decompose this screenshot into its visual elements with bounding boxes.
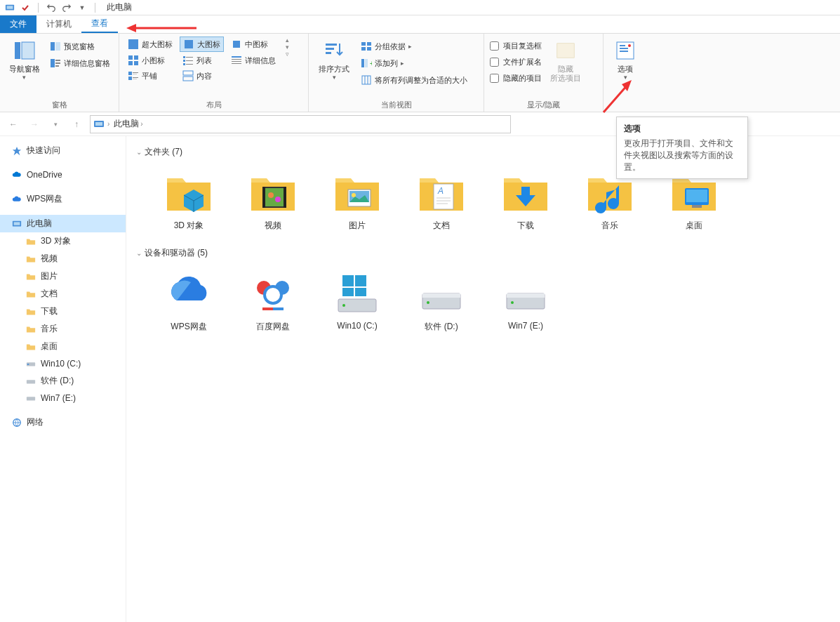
svg-rect-28: [232, 63, 241, 64]
size-columns-button[interactable]: 将所有列调整为合适的大小: [358, 73, 470, 87]
chevron-down-icon: ⌄: [136, 148, 142, 156]
view-tiles-button[interactable]: 平铺: [125, 69, 175, 83]
group-by-button[interactable]: 分组依据 ▸: [358, 39, 470, 53]
devices-grid: WPS网盘 百度网盘 Win10 (C:) 软件 (D:) Win7 (E:): [136, 262, 830, 345]
svg-rect-44: [361, 59, 364, 67]
tab-computer[interactable]: 计算机: [36, 15, 81, 33]
item-soft-drive[interactable]: 软件 (D:): [410, 267, 473, 333]
view-list-button[interactable]: 列表: [180, 53, 224, 67]
folder-icon: [25, 306, 36, 317]
svg-rect-37: [326, 44, 337, 46]
hidden-items-checkbox[interactable]: 隐藏的项目: [490, 72, 542, 85]
quick-access-toolbar: ▼: [0, 2, 102, 13]
sidebar-win7[interactable]: Win7 (E:): [0, 390, 126, 406]
back-button[interactable]: ←: [6, 117, 21, 132]
redo-icon[interactable]: [61, 2, 72, 13]
layout-expand-icon[interactable]: ▿: [286, 51, 289, 58]
sidebar-video[interactable]: 视频: [0, 250, 126, 267]
svg-rect-90: [273, 307, 284, 310]
breadcrumb-this-pc[interactable]: 此电脑 ›: [112, 118, 144, 130]
dropdown-icon[interactable]: ▼: [76, 2, 88, 13]
svg-rect-94: [355, 288, 366, 296]
sidebar-downloads[interactable]: 下载: [0, 303, 126, 320]
file-ext-checkbox[interactable]: 文件扩展名: [490, 55, 542, 69]
sidebar-wps[interactable]: WPS网盘: [0, 190, 126, 208]
view-large-button[interactable]: 大图标: [180, 37, 224, 52]
sidebar-3d[interactable]: 3D 对象: [0, 232, 126, 250]
tooltip-title: 选项: [624, 123, 740, 135]
group-current-view: 排序方式 ▾ 分组依据 ▸ +添加列 ▸ 将所有列调整为合适的大小 当前视图: [309, 34, 484, 112]
sidebar-this-pc[interactable]: 此电脑: [0, 215, 126, 232]
tab-file[interactable]: 文件: [0, 15, 36, 33]
sidebar-desktop[interactable]: 桌面: [0, 338, 126, 355]
checkmark-icon[interactable]: [20, 2, 31, 13]
svg-rect-11: [55, 65, 59, 67]
address-box[interactable]: › 此电脑 ›: [90, 115, 511, 133]
nav-pane-button[interactable]: 导航窗格 ▾: [6, 37, 43, 84]
sidebar-documents[interactable]: 文档: [0, 285, 126, 303]
view-small-button[interactable]: 小图标: [125, 53, 175, 67]
view-details-button[interactable]: 详细信息: [228, 53, 279, 67]
svg-rect-54: [620, 48, 628, 49]
add-column-button[interactable]: +添加列 ▸: [358, 56, 470, 70]
window-title: 此电脑: [102, 1, 132, 13]
nav-sidebar: 快速访问 OneDrive WPS网盘 此电脑 3D 对象 视频 图片 文档 下…: [0, 136, 126, 622]
breadcrumb-chevron-icon[interactable]: ›: [107, 120, 109, 128]
item-win7-drive[interactable]: Win7 (E:): [494, 267, 557, 333]
svg-rect-23: [183, 63, 185, 65]
pc-icon: [11, 218, 22, 230]
sidebar-quick-access[interactable]: 快速访问: [0, 142, 126, 159]
section-devices[interactable]: ⌄ 设备和驱动器 (5): [136, 244, 830, 262]
svg-rect-89: [262, 307, 273, 310]
svg-rect-16: [134, 55, 138, 60]
svg-rect-51: [557, 44, 574, 58]
svg-rect-20: [186, 57, 193, 58]
sort-button[interactable]: 排序方式 ▾: [314, 37, 354, 84]
tab-view[interactable]: 查看: [81, 15, 118, 33]
svg-point-72: [268, 192, 274, 198]
item-documents[interactable]: A 文档: [410, 166, 473, 232]
item-video[interactable]: 视频: [241, 166, 305, 232]
svg-rect-17: [128, 61, 133, 65]
sidebar-network[interactable]: 网络: [0, 413, 126, 431]
item-3d-objects[interactable]: 3D 对象: [157, 166, 220, 232]
item-downloads[interactable]: 下载: [494, 166, 557, 232]
folder-icon: [25, 271, 36, 282]
body: 快速访问 OneDrive WPS网盘 此电脑 3D 对象 视频 图片 文档 下…: [0, 136, 840, 622]
item-pictures[interactable]: 图片: [326, 166, 389, 232]
view-extra-large-button[interactable]: 超大图标: [125, 37, 175, 52]
svg-rect-69: [264, 188, 285, 206]
recent-dropdown[interactable]: ▾: [48, 117, 63, 132]
sidebar-onedrive[interactable]: OneDrive: [0, 166, 126, 183]
details-pane-button[interactable]: 详细信息窗格: [47, 56, 113, 70]
svg-rect-41: [367, 42, 371, 46]
hide-selected-button[interactable]: 隐藏 所选项目: [546, 37, 585, 86]
item-wps[interactable]: WPS网盘: [157, 267, 220, 333]
svg-rect-6: [51, 42, 55, 51]
svg-rect-40: [361, 42, 366, 46]
svg-rect-35: [183, 71, 193, 75]
layout-scroll-down-icon[interactable]: ▾: [286, 44, 289, 51]
up-button[interactable]: ↑: [69, 117, 84, 132]
undo-icon[interactable]: [46, 2, 57, 13]
drive-icon: [25, 392, 36, 404]
svg-rect-21: [183, 60, 185, 62]
view-medium-button[interactable]: 中图标: [228, 37, 279, 52]
item-baidu[interactable]: 百度网盘: [241, 267, 305, 333]
preview-pane-button[interactable]: 预览窗格: [47, 39, 113, 53]
item-win10-drive[interactable]: Win10 (C:): [326, 267, 389, 333]
view-content-button[interactable]: 内容: [180, 69, 224, 83]
sidebar-pictures[interactable]: 图片: [0, 267, 126, 285]
svg-point-73: [275, 197, 281, 202]
forward-button[interactable]: →: [27, 117, 42, 132]
star-icon: [11, 145, 22, 157]
sidebar-music[interactable]: 音乐: [0, 320, 126, 338]
sidebar-soft[interactable]: 软件 (D:): [0, 372, 126, 390]
svg-rect-34: [133, 79, 137, 79]
svg-rect-7: [55, 42, 60, 51]
sidebar-win10[interactable]: Win10 (C:): [0, 355, 126, 372]
item-checkboxes-checkbox[interactable]: 项目复选框: [490, 39, 542, 53]
pc-icon: [93, 119, 105, 130]
svg-rect-33: [133, 77, 138, 78]
layout-scroll-up-icon[interactable]: ▴: [286, 37, 289, 44]
